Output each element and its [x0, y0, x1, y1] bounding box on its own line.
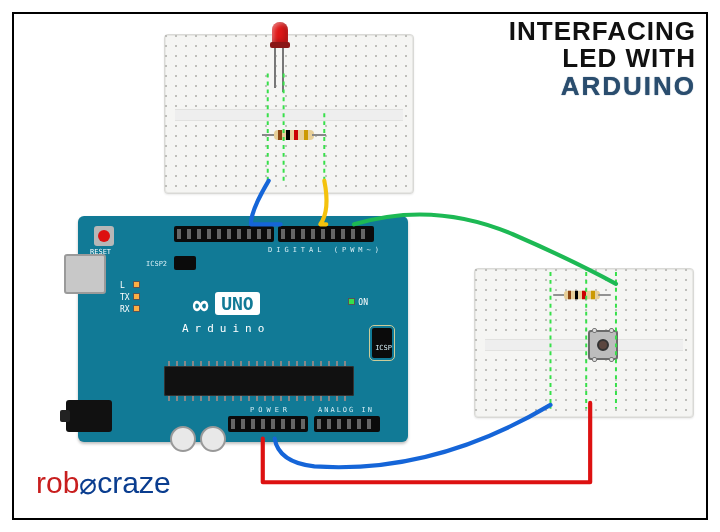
led-icon [268, 22, 292, 90]
title-line-3: ARDUINO [509, 73, 696, 100]
breadboard-center-channel [175, 109, 403, 121]
digital-header-right [278, 226, 374, 242]
arduino-uno-board: RESET DIGITAL (PWM~) POWER ANALOG IN ICS… [78, 216, 408, 442]
robocraze-logo: rob⌀craze [36, 465, 171, 500]
analog-label: ANALOG IN [318, 406, 374, 414]
usb-port-icon [64, 254, 106, 294]
reset-label: RESET [90, 248, 111, 256]
icsp-label: ICSP [375, 344, 392, 352]
logo-part-1: rob [36, 466, 79, 499]
atmega-chip-icon [164, 366, 354, 396]
digital-header-left [174, 226, 274, 242]
power-header [228, 416, 308, 432]
model-badge: UNO [215, 292, 260, 315]
icsp-header-icon [174, 256, 196, 270]
digital-label: DIGITAL (PWM~) [268, 246, 383, 254]
led-anode [282, 48, 284, 92]
tx-rx-leds: L TX RX [120, 280, 140, 316]
logo-o-icon: ⌀ [79, 467, 97, 500]
brand-text: Arduino [182, 322, 270, 335]
logo-part-2: craze [97, 466, 170, 499]
icsp-label: ICSP2 [146, 260, 167, 268]
led-cathode [274, 48, 276, 88]
diagram-frame: INTERFACING LED WITH ARDUINO RESET [12, 12, 708, 520]
led-bulb [272, 22, 288, 44]
title-line-1: INTERFACING [509, 18, 696, 45]
title-line-2: LED WITH [509, 45, 696, 72]
reset-button-icon [94, 226, 114, 246]
icsp2-header-icon [372, 328, 392, 358]
infinity-logo-icon: ∞ [193, 290, 207, 320]
breadboard-center-channel [485, 339, 683, 351]
on-led: ON [348, 298, 368, 307]
resistor-icon [274, 130, 314, 140]
arduino-brand: ∞ UNO Arduino [182, 290, 270, 335]
led-base [270, 42, 290, 48]
power-label: POWER [250, 406, 291, 414]
pushbutton-icon [588, 330, 618, 360]
power-jack-icon [66, 400, 112, 432]
analog-header [314, 416, 380, 432]
diagram-title: INTERFACING LED WITH ARDUINO [509, 18, 696, 100]
resistor-icon [564, 291, 600, 300]
